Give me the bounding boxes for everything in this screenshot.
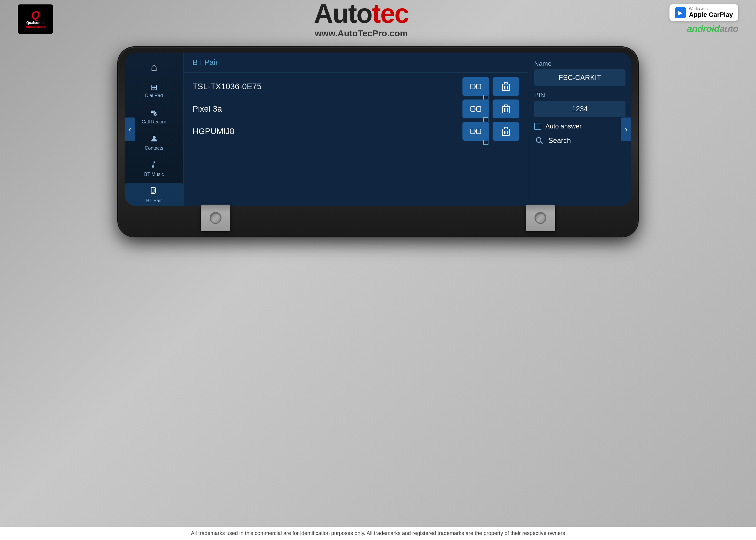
sidebar-dialpad-label: Dial Pad [145, 93, 163, 98]
table-row: Pixel 3a [190, 99, 522, 118]
qualcomm-logo: Q Qualcomm snapdragon [18, 4, 53, 34]
brand-tec: tec [372, 0, 409, 28]
home-icon: ⌂ [151, 62, 157, 72]
sidebar-callrecord-label: Call Record [142, 119, 167, 125]
right-logos: ▶ Works with Apple CarPlay androidauto [670, 4, 738, 34]
website-url: www.AutoTecPro.com [314, 28, 409, 38]
name-field-group: Name FSC-CARKIT [534, 60, 626, 86]
pin-label: PIN [534, 91, 626, 99]
svg-rect-15 [471, 107, 475, 111]
table-row: HGPUMIJ8 [190, 122, 522, 141]
mount-brackets [125, 204, 631, 231]
works-with-text: Works with [689, 7, 733, 11]
auto-answer-row[interactable]: Auto answer [534, 122, 626, 130]
name-label: Name [534, 60, 626, 68]
pin-field-group: PIN 1234 [534, 91, 626, 117]
search-row[interactable]: Search [534, 136, 626, 146]
device-list: TSL-TX1036-0E75 [184, 72, 528, 206]
svg-rect-16 [477, 107, 481, 111]
device-name-1: TSL-TX1036-0E75 [193, 82, 459, 91]
name-value: FSC-CARKIT [534, 69, 626, 86]
delete-button-2[interactable] [493, 99, 519, 118]
mount-bracket-left [201, 204, 230, 231]
pair-button-1[interactable] [462, 77, 489, 96]
footer: All trademarks used in this commercial a… [0, 527, 756, 540]
sidebar-btpair-label: BT Pair [146, 198, 162, 203]
svg-rect-27 [477, 129, 481, 134]
screen: ⌂ ⊞ Dial Pad Call Record [125, 53, 631, 206]
svg-point-0 [153, 136, 156, 139]
svg-rect-4 [471, 84, 475, 89]
delete-button-3[interactable] [493, 122, 519, 141]
search-label: Search [548, 136, 571, 145]
device-name-3: HGPUMIJ8 [193, 127, 459, 136]
mount-hole-left [210, 212, 222, 224]
svg-line-38 [540, 142, 542, 144]
callrecord-icon [150, 108, 158, 118]
footer-text: All trademarks used in this commercial a… [191, 530, 565, 536]
carplay-label: Apple CarPlay [689, 11, 733, 19]
right-panel: Name FSC-CARKIT PIN 1234 Auto answer [528, 53, 631, 206]
svg-rect-11 [505, 82, 507, 84]
sidebar-item-bt-pair[interactable]: BT Pair [125, 183, 183, 206]
auto-answer-label: Auto answer [545, 122, 581, 130]
nav-arrow-left[interactable]: ‹ [125, 117, 135, 141]
carplay-icon: ▶ [675, 7, 686, 18]
header: Q Qualcomm snapdragon Autotec www.AutoTe… [0, 0, 756, 38]
svg-rect-5 [477, 84, 481, 89]
sidebar-item-dial-pad[interactable]: ⊞ Dial Pad [125, 80, 183, 102]
svg-rect-22 [505, 105, 507, 107]
apple-carplay-badge: ▶ Works with Apple CarPlay [670, 4, 738, 21]
svg-point-37 [536, 138, 541, 142]
pin-value: 1234 [534, 101, 626, 117]
device-name-2: Pixel 3a [193, 104, 459, 114]
device-bezel: ⌂ ⊞ Dial Pad Call Record [118, 47, 638, 236]
device-container: ⌂ ⊞ Dial Pad Call Record [0, 47, 756, 236]
dialpad-icon: ⊞ [151, 83, 157, 91]
delete-button-1[interactable] [493, 77, 519, 96]
pair-button-3[interactable] [462, 122, 489, 141]
svg-rect-3 [154, 189, 156, 192]
brand-auto: Auto [314, 0, 372, 28]
btmusic-icon [150, 161, 158, 170]
sidebar-item-bt-music[interactable]: BT Music [125, 157, 183, 181]
nav-arrow-right[interactable]: › [621, 117, 631, 141]
mount-hole-right [534, 212, 546, 224]
sidebar-item-home[interactable]: ⌂ [125, 58, 183, 77]
svg-rect-26 [471, 129, 475, 134]
android-auto-badge: androidauto [687, 23, 738, 34]
main-content: BT Pair TSL-TX1036-0E75 [184, 53, 528, 206]
search-icon [534, 136, 544, 146]
contacts-icon [150, 134, 158, 144]
autotec-logo: Autotec www.AutoTecPro.com [314, 0, 409, 38]
auto-answer-checkbox[interactable] [534, 123, 541, 130]
svg-rect-33 [505, 127, 507, 129]
pair-button-2[interactable] [462, 99, 489, 118]
mount-bracket-right [526, 204, 555, 231]
btpair-icon [150, 187, 158, 197]
table-row: TSL-TX1036-0E75 [190, 77, 522, 96]
bt-pair-title: BT Pair [184, 53, 528, 72]
sidebar-contacts-label: Contacts [145, 146, 163, 151]
sidebar-btmusic-label: BT Music [144, 172, 164, 177]
